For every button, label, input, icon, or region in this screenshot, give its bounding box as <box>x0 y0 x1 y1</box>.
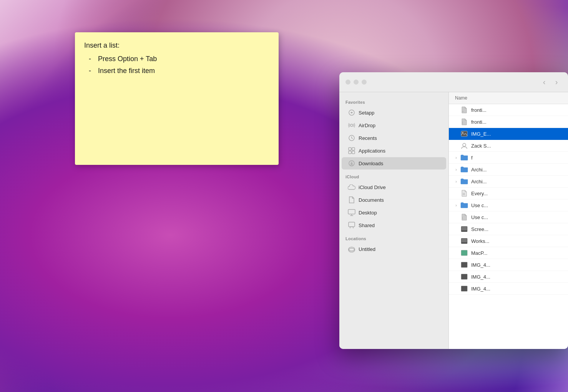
file-name-f: f <box>471 155 473 161</box>
documents-icon <box>348 196 355 204</box>
file-name-usec2: Use c... <box>471 214 488 220</box>
file-icon-macp <box>460 249 468 257</box>
minimize-button[interactable] <box>354 80 359 85</box>
sidebar-item-recents[interactable]: Recents <box>342 132 446 144</box>
file-name-scree: Scree... <box>471 226 488 232</box>
finder-titlebar: ‹ › <box>339 72 568 92</box>
file-name-every: Every... <box>471 191 488 196</box>
file-name-usec1: Use c... <box>471 203 488 208</box>
sidebar-item-airdrop[interactable]: AirDrop <box>342 119 446 131</box>
file-item-f[interactable]: › f <box>449 152 568 164</box>
file-list: fronti... fronti... IMG_E... <box>449 104 568 349</box>
svg-point-1 <box>350 124 353 126</box>
sidebar-item-applications[interactable]: Applications <box>342 145 446 157</box>
file-icon-img42 <box>460 273 468 281</box>
file-icon-scree <box>460 225 468 233</box>
finder-sidebar: Favorites Setapp <box>339 92 449 349</box>
sidebar-label-desktop: Desktop <box>359 210 377 216</box>
file-item-archi1[interactable]: › Archi... <box>449 164 568 176</box>
note-item-2: - Insert the first item <box>89 65 269 76</box>
svg-point-22 <box>463 143 466 146</box>
sidebar-item-shared[interactable]: Shared <box>342 219 446 231</box>
file-icon-usec2 <box>460 213 468 221</box>
sidebar-label-recents: Recents <box>359 135 377 141</box>
svg-rect-33 <box>461 274 467 279</box>
sidebar-label-applications: Applications <box>359 148 385 154</box>
svg-rect-6 <box>352 151 355 154</box>
file-item-fronti2[interactable]: fronti... <box>449 116 568 128</box>
downloads-icon <box>348 159 355 167</box>
file-name-img43: IMG_4... <box>471 286 490 292</box>
sidebar-label-setapp: Setapp <box>359 110 374 116</box>
file-name-1: fronti... <box>471 107 487 113</box>
file-item-img41[interactable]: IMG_4... <box>449 259 568 271</box>
file-name-archi2: Archi... <box>471 179 487 184</box>
cloud-icon <box>348 183 355 191</box>
applications-icon <box>348 147 355 154</box>
svg-rect-31 <box>461 250 467 256</box>
file-item-usec2[interactable]: Use c... <box>449 211 568 223</box>
forward-button[interactable]: › <box>551 77 562 88</box>
file-item-macp[interactable]: MacP... <box>449 247 568 259</box>
expand-space-macp <box>453 250 459 256</box>
file-name-img42: IMG_4... <box>471 274 490 280</box>
file-name-img41: IMG_4... <box>471 262 490 268</box>
file-icon-img43 <box>460 285 468 292</box>
file-item-usec1[interactable]: › Use c... <box>449 199 568 211</box>
expand-space-2 <box>453 119 459 125</box>
file-icon-usec1 <box>460 201 468 209</box>
window-controls <box>345 80 367 85</box>
expand-space-img42 <box>453 274 459 279</box>
file-item-works[interactable]: Works... <box>449 235 568 247</box>
note-dash-2: - <box>89 65 98 76</box>
svg-rect-3 <box>349 148 351 150</box>
file-name-img-e: IMG_E... <box>471 131 491 137</box>
file-name-archi1: Archi... <box>471 167 487 173</box>
finder-window: ‹ › Favorites Setapp <box>339 72 568 349</box>
file-item-img42[interactable]: IMG_4... <box>449 271 568 283</box>
back-button[interactable]: ‹ <box>539 77 550 88</box>
expand-space-scree <box>453 226 459 232</box>
sidebar-item-documents[interactable]: Documents <box>342 194 446 206</box>
file-item-fronti1[interactable]: fronti... <box>449 104 568 116</box>
sidebar-item-setapp[interactable]: Setapp <box>342 106 446 119</box>
sidebar-item-desktop[interactable]: Desktop <box>342 206 446 219</box>
sidebar-item-icloud-drive[interactable]: iCloud Drive <box>342 181 446 193</box>
file-item-img43[interactable]: IMG_4... <box>449 283 568 295</box>
svg-line-19 <box>462 121 463 124</box>
sidebar-item-downloads[interactable]: Downloads <box>342 157 446 169</box>
file-item-archi2[interactable]: › Archi... <box>449 176 568 188</box>
nav-buttons: ‹ › <box>539 77 562 88</box>
file-item-img-e[interactable]: IMG_E... <box>449 128 568 140</box>
file-icon-1 <box>460 106 468 114</box>
svg-line-26 <box>462 217 463 219</box>
file-item-every[interactable]: Every... <box>449 188 568 199</box>
expand-space-img41 <box>453 262 459 267</box>
expand-icon-archi2: › <box>453 179 459 184</box>
expand-space-4 <box>453 143 459 148</box>
file-item-zack[interactable]: Zack S... <box>449 140 568 152</box>
svg-rect-32 <box>461 262 467 267</box>
chevron-right-icon: › <box>555 78 558 86</box>
expand-icon-usec1: › <box>453 203 459 208</box>
disk-icon <box>348 245 355 253</box>
close-button[interactable] <box>345 80 350 85</box>
file-name-macp: MacP... <box>471 250 487 256</box>
file-name-zack: Zack S... <box>471 143 491 149</box>
maximize-button[interactable] <box>362 80 367 85</box>
expand-space-usec2 <box>453 214 459 220</box>
svg-rect-30 <box>462 239 467 243</box>
file-item-scree[interactable]: Scree... <box>449 223 568 235</box>
note-item-1: - Press Option + Tab <box>89 53 269 65</box>
favorites-section-label: Favorites <box>339 95 448 106</box>
svg-rect-13 <box>349 222 355 227</box>
sidebar-item-untitled[interactable]: Untitled <box>342 243 446 255</box>
file-icon-img41 <box>460 261 468 269</box>
expand-space-img43 <box>453 286 459 291</box>
expand-space-1 <box>453 107 459 113</box>
file-name-2: fronti... <box>471 119 487 125</box>
file-name-works: Works... <box>471 238 489 244</box>
sidebar-label-shared: Shared <box>359 223 375 228</box>
file-icon-2 <box>460 118 468 126</box>
svg-rect-28 <box>462 227 467 231</box>
